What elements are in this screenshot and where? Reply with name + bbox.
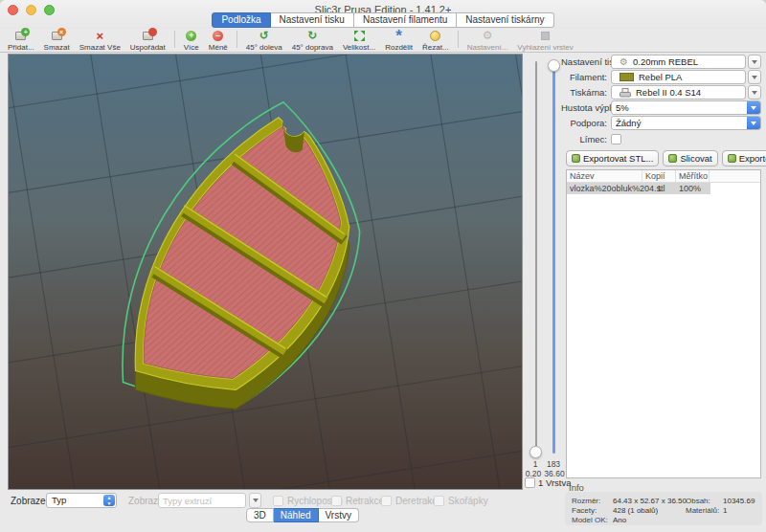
filament-dropdown[interactable] [748, 70, 761, 84]
filament-label: Filament: [561, 72, 611, 82]
printer-label: Tiskárna: [561, 87, 611, 98]
volume-label: Obsah: [686, 497, 710, 505]
plus-icon: + [186, 30, 196, 42]
view-3d-button[interactable]: 3D [246, 508, 274, 522]
slice-icon [668, 154, 677, 163]
tab-print-settings[interactable]: Nastavení tisku [271, 12, 354, 28]
chevron-down-icon [752, 91, 757, 98]
toolbar-separator [458, 31, 459, 48]
object-list[interactable]: Název Kopií Měřítko vlozka%20obluk%204.s… [566, 169, 761, 478]
printer-icon [620, 88, 631, 98]
export-stl-button[interactable]: Exportovat STL... [566, 150, 659, 166]
extrusion-type-input[interactable] [158, 493, 246, 508]
cut-sphere-icon [430, 30, 440, 42]
rotate-right-button[interactable]: ↻ 45° doprava [287, 30, 338, 52]
tab-filament-settings[interactable]: Nastavení filamentu [354, 12, 457, 28]
support-label: Podpora: [561, 118, 611, 128]
column-name[interactable]: Název [567, 170, 642, 183]
infill-density-combo[interactable]: 5% [611, 100, 761, 115]
size-value: 64.43 x 52.67 x 36.50 [613, 497, 687, 505]
export-gcode-button[interactable]: Exportovat G-kód... [722, 150, 766, 166]
low-slider-thumb[interactable] [529, 446, 542, 458]
gcode-icon [728, 154, 736, 163]
add-object-icon: + [15, 30, 26, 42]
retract-checkbox[interactable] [331, 496, 342, 506]
infill-dropdown[interactable] [747, 100, 760, 115]
model-ok-label: Model OK: [572, 516, 608, 524]
brim-checkbox[interactable] [611, 134, 621, 144]
column-scale[interactable]: Měřítko [676, 170, 710, 183]
layer-slider-column: 1 183 0.20 36.60 1 Vrstva [523, 54, 561, 490]
tab-printer-settings[interactable]: Nastavení tiskárny [457, 12, 553, 28]
action-buttons: Exportovat STL... Slicovat Exportovat G-… [566, 150, 766, 166]
materials-value: 1 [723, 506, 727, 515]
facets-value: 428 (1 obalů) [613, 506, 658, 515]
layer-slider-high[interactable] [552, 61, 555, 454]
gear-icon: ⚙ [620, 57, 628, 67]
chevron-down-icon [752, 60, 757, 67]
extrusion-type-dropdown[interactable] [249, 493, 261, 508]
layer-slider-low[interactable] [535, 61, 537, 454]
shells-checkbox[interactable] [434, 496, 444, 506]
fewer-copies-button[interactable]: – Méně [204, 30, 233, 52]
info-box: Rozměr: 64.43 x 52.67 x 36.50 Obsah: 103… [565, 492, 762, 525]
travel-checkbox[interactable] [273, 496, 283, 506]
column-copies[interactable]: Kopií [642, 170, 676, 183]
display-type-select[interactable]: Typ ▲▼ [46, 493, 117, 508]
rotate-ccw-icon: ↺ [259, 30, 269, 42]
split-button[interactable]: * Rozdělit [380, 30, 417, 52]
more-copies-button[interactable]: + Více [179, 30, 204, 52]
delete-button[interactable]: × Smazat [39, 30, 75, 52]
stepper-arrows-icon: ▲▼ [103, 495, 115, 506]
view-preview-button[interactable]: Náhled [274, 508, 319, 522]
support-combo[interactable]: Žádný [611, 116, 761, 130]
object-list-header: Název Kopií Měřítko [567, 170, 760, 183]
scale-button[interactable]: Velikost... [338, 30, 380, 52]
viewport-3d[interactable] [8, 54, 523, 490]
printer-dropdown[interactable] [748, 85, 761, 100]
arrange-button[interactable]: Uspořádat [125, 30, 170, 52]
retract-label: Retrakce [346, 496, 384, 506]
infill-density-label: Hustota výplně: [561, 102, 611, 113]
size-label: Rozměr: [572, 497, 600, 505]
deretract-checkbox[interactable] [381, 496, 392, 506]
chevron-down-icon [752, 76, 757, 82]
print-settings-dropdown[interactable] [748, 55, 761, 69]
object-scale: 100% [676, 183, 710, 194]
delete-all-icon: × [96, 30, 103, 42]
app-window: Slic3r Prusa Edition - 1.41.2+ Podložka … [0, 0, 766, 532]
model-ok-value: Ano [613, 516, 626, 524]
single-layer-checkbox[interactable] [525, 477, 535, 488]
rotate-left-button[interactable]: ↺ 45° doleva [241, 30, 287, 52]
view-switch: 3D Náhled Vrstvy [246, 508, 359, 522]
support-dropdown[interactable] [747, 116, 760, 130]
cut-button[interactable]: Řezat... [417, 30, 454, 52]
toolbar-separator [174, 31, 175, 48]
view-layers-button[interactable]: Vrstvy [319, 508, 359, 522]
toolbar: + Přidat... × Smazat × Smazat Vše Uspořá… [0, 29, 766, 53]
printer-combo[interactable]: Rebel II 0.4 S14 [611, 85, 746, 100]
export-icon [572, 154, 580, 163]
table-row[interactable]: vlozka%20obluk%204.stl 1 100% [567, 183, 710, 194]
volume-value: 10345.69 [723, 497, 755, 505]
rotate-cw-icon: ↻ [307, 30, 317, 42]
high-slider-thumb[interactable] [548, 59, 560, 72]
facets-label: Facety: [572, 506, 597, 515]
object-settings-button[interactable]: ⚙ Nastavení... [462, 30, 513, 52]
chevron-down-icon [751, 122, 756, 128]
tab-bar: Podložka Nastavení tisku Nastavení filam… [0, 12, 766, 28]
layer-smoothing-button[interactable]: Vyhlazení vrstev [512, 30, 577, 52]
settings-panel: Nastavení tisku: ⚙ 0.20mm REBEL Filament… [561, 54, 766, 532]
filament-color-swatch [620, 73, 634, 81]
add-button[interactable]: + Přidat... [3, 30, 39, 52]
slice-button[interactable]: Slicovat [663, 150, 717, 166]
tab-plater[interactable]: Podložka [212, 12, 270, 28]
chevron-down-icon [751, 106, 756, 113]
toolbar-separator [237, 31, 237, 48]
object-name: vlozka%20obluk%204.stl [567, 183, 642, 194]
print-settings-label: Nastavení tisku: [561, 56, 611, 67]
gear-icon: ⚙ [483, 30, 493, 42]
delete-all-button[interactable]: × Smazat Vše [75, 30, 125, 52]
filament-combo[interactable]: Rebel PLA [611, 70, 746, 84]
print-settings-combo[interactable]: ⚙ 0.20mm REBEL [611, 55, 746, 69]
